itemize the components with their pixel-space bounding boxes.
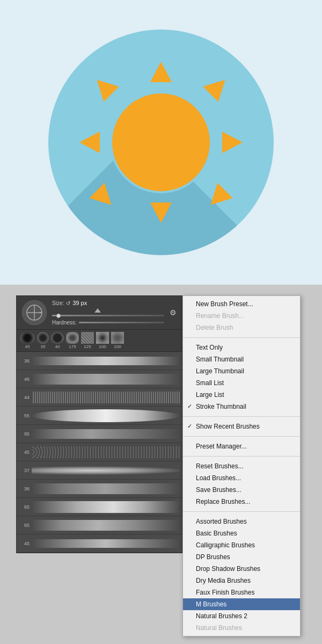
brush-list-item[interactable]: 44 xyxy=(17,388,182,407)
gear-button[interactable]: ⚙ xyxy=(169,307,178,318)
brush-list-item[interactable]: 46 xyxy=(17,370,182,388)
brush-size-num: 37 xyxy=(19,468,30,473)
brush-thumbnail-row: 45 35 40 175 125 100 xyxy=(17,330,182,352)
brush-stroke-preview xyxy=(32,409,180,422)
brush-list-item[interactable]: 36 xyxy=(17,352,182,370)
brush-list-item[interactable]: 45 xyxy=(17,443,182,461)
brush-stroke-preview xyxy=(32,539,180,548)
thumb-item[interactable]: 35 xyxy=(37,332,49,349)
brush-stroke-preview xyxy=(32,520,180,531)
menu-dry-media-brushes[interactable]: Dry Media Brushes xyxy=(183,575,300,587)
menu-section-1: New Brush Preset... Rename Brush... Dele… xyxy=(183,296,300,336)
menu-assorted-brushes[interactable]: Assorted Brushes xyxy=(183,516,300,527)
thumb-item[interactable]: 45 xyxy=(20,332,35,349)
brush-list-item[interactable]: 36 xyxy=(17,480,182,498)
menu-basic-brushes[interactable]: Basic Brushes xyxy=(183,527,300,539)
thumb-item[interactable]: 125 xyxy=(81,332,94,349)
menu-save-brushes[interactable]: Save Brushes... xyxy=(183,484,300,496)
sun-section xyxy=(0,0,322,285)
brush-list-item[interactable]: 95 xyxy=(17,425,182,443)
size-slider-track[interactable] xyxy=(52,315,164,316)
hardness-slider[interactable] xyxy=(79,322,164,323)
thumb-item[interactable]: 175 xyxy=(66,332,79,349)
menu-drop-shadow-brushes[interactable]: Drop Shadow Brushes xyxy=(183,563,300,575)
photoshop-section: Size: ↺ 39 px Hardness: ⚙ xyxy=(0,285,322,644)
brush-stroke-preview xyxy=(32,357,180,365)
sun-ray-top-right xyxy=(203,72,232,102)
menu-calligraphic-brushes[interactable]: Calligraphic Brushes xyxy=(183,539,300,551)
thumb-num: 100 xyxy=(114,344,121,349)
menu-m-brushes[interactable]: M Brushes xyxy=(183,598,300,610)
menu-large-list[interactable]: Large List xyxy=(183,389,300,401)
menu-separator xyxy=(183,416,300,417)
brush-size-num: 45 xyxy=(19,541,30,546)
hardness-label: Hardness: xyxy=(52,320,77,325)
thumb-num: 175 xyxy=(69,344,76,349)
menu-new-brush-preset[interactable]: New Brush Preset... xyxy=(183,298,300,310)
menu-natural-brushes-2[interactable]: Natural Brushes 2 xyxy=(183,610,300,622)
brush-list-item[interactable]: 55 xyxy=(17,407,182,425)
brush-list-item[interactable]: 45 xyxy=(17,534,182,553)
sun-ray-top xyxy=(150,62,172,82)
menu-separator xyxy=(183,337,300,338)
crosshair-icon xyxy=(25,303,44,322)
menu-reset-brushes[interactable]: Reset Brushes... xyxy=(183,460,300,472)
brush-stroke-preview xyxy=(32,446,180,458)
brush-size-num: 95 xyxy=(19,431,30,437)
brush-size-num: 44 xyxy=(19,395,30,400)
brush-size-num: 55 xyxy=(19,413,30,418)
menu-section-6: Assorted Brushes Basic Brushes Calligrap… xyxy=(183,513,300,636)
slider-triangle xyxy=(94,308,101,313)
menu-faux-finish-brushes[interactable]: Faux Finish Brushes xyxy=(183,587,300,598)
brush-size-num: 65 xyxy=(19,523,30,528)
menu-stroke-thumbnail[interactable]: Stroke Thumbnail xyxy=(183,401,300,413)
menu-dp-brushes[interactable]: DP Brushes xyxy=(183,551,300,563)
thumb-item[interactable]: 100 xyxy=(111,332,124,349)
menu-section-5: Reset Brushes... Load Brushes... Save Br… xyxy=(183,458,300,510)
size-slider-container xyxy=(52,308,164,316)
menu-separator xyxy=(183,511,300,512)
menu-show-recent-brushes[interactable]: Show Recent Brushes xyxy=(183,421,300,432)
sun-ray-bottom-right xyxy=(203,183,232,212)
menu-load-brushes[interactable]: Load Brushes... xyxy=(183,472,300,484)
menu-large-thumbnail[interactable]: Large Thumbnail xyxy=(183,365,300,377)
brush-panel: Size: ↺ 39 px Hardness: ⚙ xyxy=(16,295,182,553)
sun-container xyxy=(86,67,236,218)
brush-list-item[interactable]: 37 xyxy=(17,461,182,480)
menu-rename-brush: Rename Brush... xyxy=(183,310,300,322)
size-value: 39 px xyxy=(72,300,87,306)
brush-size-num: 36 xyxy=(19,486,30,491)
brush-size-num: 36 xyxy=(19,358,30,364)
hardness-row: Hardness: xyxy=(52,320,164,325)
sun-circle-background xyxy=(48,30,274,255)
thumb-item[interactable]: 40 xyxy=(51,332,64,349)
brush-stroke-preview xyxy=(32,374,180,385)
sun-ray-left xyxy=(79,132,100,153)
menu-replace-brushes[interactable]: Replace Brushes... xyxy=(183,496,300,508)
sun-core xyxy=(110,91,212,193)
brush-controls: Size: ↺ 39 px Hardness: xyxy=(52,300,164,325)
brush-size-num: 45 xyxy=(19,450,30,455)
menu-separator xyxy=(183,436,300,437)
size-label: Size: xyxy=(52,300,64,306)
thumb-num: 40 xyxy=(55,344,60,349)
brush-list-item[interactable]: 65 xyxy=(17,498,182,516)
thumb-num: 35 xyxy=(41,344,46,349)
menu-text-only[interactable]: Text Only xyxy=(183,342,300,353)
size-slider-handle[interactable] xyxy=(56,314,61,318)
menu-section-3: Show Recent Brushes xyxy=(183,418,300,435)
menu-small-thumbnail[interactable]: Small Thumbnail xyxy=(183,353,300,365)
thumb-item[interactable]: 100 xyxy=(96,332,109,349)
brush-stroke-preview xyxy=(32,464,180,477)
refresh-icon[interactable]: ↺ xyxy=(66,300,70,306)
sun-ray-top-left xyxy=(89,72,119,102)
brush-stroke-preview xyxy=(32,483,180,494)
menu-small-list[interactable]: Small List xyxy=(183,377,300,389)
brush-size-num: 65 xyxy=(19,504,30,510)
menu-natural-brushes: Natural Brushes xyxy=(183,622,300,634)
panel-top-controls: Size: ↺ 39 px Hardness: ⚙ xyxy=(17,296,182,330)
sun-ray-bottom xyxy=(150,202,172,223)
brush-list-item[interactable]: 65 xyxy=(17,516,182,534)
menu-delete-brush: Delete Brush xyxy=(183,322,300,334)
menu-preset-manager[interactable]: Preset Manager... xyxy=(183,440,300,452)
